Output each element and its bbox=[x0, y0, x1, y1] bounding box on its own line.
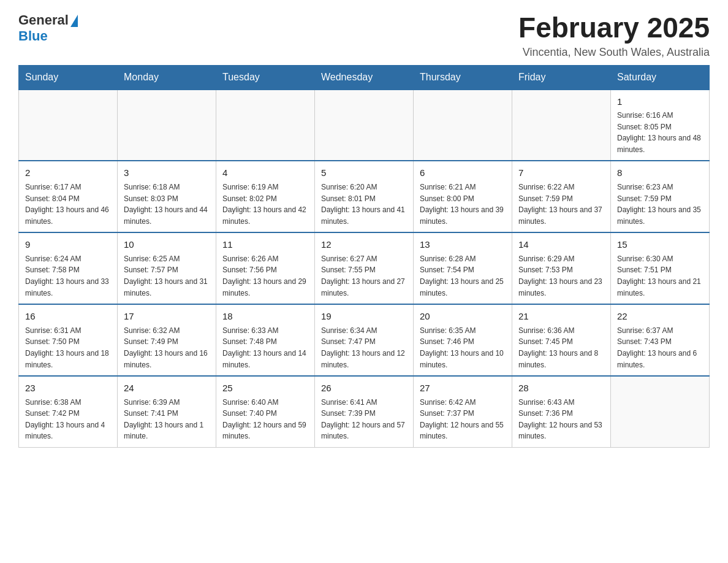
calendar-cell: 12Sunrise: 6:27 AMSunset: 7:55 PMDayligh… bbox=[315, 232, 414, 304]
day-info: Sunrise: 6:31 AMSunset: 7:50 PMDaylight:… bbox=[25, 325, 111, 370]
day-number: 6 bbox=[420, 166, 506, 180]
col-header-saturday: Saturday bbox=[611, 65, 710, 90]
month-title: February 2025 bbox=[518, 12, 710, 44]
calendar-cell: 11Sunrise: 6:26 AMSunset: 7:56 PMDayligh… bbox=[216, 232, 315, 304]
day-number: 18 bbox=[222, 310, 308, 324]
calendar-cell: 13Sunrise: 6:28 AMSunset: 7:54 PMDayligh… bbox=[414, 232, 512, 304]
calendar-cell: 16Sunrise: 6:31 AMSunset: 7:50 PMDayligh… bbox=[19, 304, 118, 376]
day-number: 27 bbox=[420, 381, 506, 396]
day-info: Sunrise: 6:38 AMSunset: 7:42 PMDaylight:… bbox=[25, 397, 111, 442]
calendar-cell: 10Sunrise: 6:25 AMSunset: 7:57 PMDayligh… bbox=[118, 232, 216, 304]
calendar-cell: 22Sunrise: 6:37 AMSunset: 7:43 PMDayligh… bbox=[611, 304, 710, 376]
day-info: Sunrise: 6:23 AMSunset: 7:59 PMDaylight:… bbox=[617, 182, 703, 227]
calendar-cell: 9Sunrise: 6:24 AMSunset: 7:58 PMDaylight… bbox=[19, 232, 118, 304]
day-number: 16 bbox=[25, 310, 111, 324]
calendar-cell: 2Sunrise: 6:17 AMSunset: 8:04 PMDaylight… bbox=[19, 161, 118, 232]
calendar-cell bbox=[216, 90, 315, 161]
page-header: General Blue February 2025 Vincentia, Ne… bbox=[18, 12, 710, 59]
col-header-wednesday: Wednesday bbox=[315, 65, 414, 90]
day-number: 17 bbox=[124, 310, 210, 324]
calendar-cell bbox=[414, 90, 512, 161]
calendar-cell: 14Sunrise: 6:29 AMSunset: 7:53 PMDayligh… bbox=[512, 232, 611, 304]
day-info: Sunrise: 6:41 AMSunset: 7:39 PMDaylight:… bbox=[321, 397, 407, 442]
calendar-cell: 19Sunrise: 6:34 AMSunset: 7:47 PMDayligh… bbox=[315, 304, 414, 376]
calendar-cell: 20Sunrise: 6:35 AMSunset: 7:46 PMDayligh… bbox=[414, 304, 512, 376]
day-info: Sunrise: 6:24 AMSunset: 7:58 PMDaylight:… bbox=[25, 253, 111, 299]
calendar-cell: 24Sunrise: 6:39 AMSunset: 7:41 PMDayligh… bbox=[118, 376, 216, 447]
day-number: 28 bbox=[518, 381, 604, 396]
day-number: 21 bbox=[518, 310, 604, 324]
logo-triangle-icon bbox=[70, 15, 78, 27]
col-header-sunday: Sunday bbox=[19, 65, 118, 90]
calendar-cell: 1Sunrise: 6:16 AMSunset: 8:05 PMDaylight… bbox=[611, 90, 710, 161]
calendar-cell: 25Sunrise: 6:40 AMSunset: 7:40 PMDayligh… bbox=[216, 376, 315, 447]
location-subtitle: Vincentia, New South Wales, Australia bbox=[518, 46, 710, 59]
calendar-header-row: SundayMondayTuesdayWednesdayThursdayFrid… bbox=[19, 65, 710, 90]
day-info: Sunrise: 6:43 AMSunset: 7:36 PMDaylight:… bbox=[518, 397, 604, 442]
col-header-tuesday: Tuesday bbox=[216, 65, 315, 90]
calendar-week-row: 9Sunrise: 6:24 AMSunset: 7:58 PMDaylight… bbox=[19, 232, 710, 304]
col-header-friday: Friday bbox=[512, 65, 611, 90]
day-number: 12 bbox=[321, 238, 407, 252]
day-number: 14 bbox=[518, 238, 604, 252]
day-number: 9 bbox=[25, 238, 111, 252]
calendar-cell: 18Sunrise: 6:33 AMSunset: 7:48 PMDayligh… bbox=[216, 304, 315, 376]
day-number: 20 bbox=[420, 310, 506, 324]
day-number: 11 bbox=[222, 238, 308, 252]
calendar-cell bbox=[118, 90, 216, 161]
day-info: Sunrise: 6:17 AMSunset: 8:04 PMDaylight:… bbox=[25, 182, 111, 227]
day-number: 22 bbox=[617, 310, 703, 324]
calendar-cell: 3Sunrise: 6:18 AMSunset: 8:03 PMDaylight… bbox=[118, 161, 216, 232]
day-info: Sunrise: 6:32 AMSunset: 7:49 PMDaylight:… bbox=[124, 325, 210, 370]
day-info: Sunrise: 6:37 AMSunset: 7:43 PMDaylight:… bbox=[617, 325, 703, 370]
calendar-cell: 23Sunrise: 6:38 AMSunset: 7:42 PMDayligh… bbox=[19, 376, 118, 447]
day-info: Sunrise: 6:29 AMSunset: 7:53 PMDaylight:… bbox=[518, 253, 604, 299]
calendar-cell: 28Sunrise: 6:43 AMSunset: 7:36 PMDayligh… bbox=[512, 376, 611, 447]
day-info: Sunrise: 6:42 AMSunset: 7:37 PMDaylight:… bbox=[420, 397, 506, 442]
calendar-week-row: 1Sunrise: 6:16 AMSunset: 8:05 PMDaylight… bbox=[19, 90, 710, 161]
calendar-cell: 7Sunrise: 6:22 AMSunset: 7:59 PMDaylight… bbox=[512, 161, 611, 232]
logo: General Blue bbox=[18, 12, 78, 44]
day-number: 13 bbox=[420, 238, 506, 252]
calendar-cell bbox=[512, 90, 611, 161]
day-number: 23 bbox=[25, 381, 111, 396]
title-area: February 2025 Vincentia, New South Wales… bbox=[518, 12, 710, 59]
calendar-cell bbox=[315, 90, 414, 161]
logo-blue-text: Blue bbox=[18, 28, 48, 44]
col-header-monday: Monday bbox=[118, 65, 216, 90]
calendar-cell: 27Sunrise: 6:42 AMSunset: 7:37 PMDayligh… bbox=[414, 376, 512, 447]
calendar-week-row: 2Sunrise: 6:17 AMSunset: 8:04 PMDaylight… bbox=[19, 161, 710, 232]
calendar-cell: 4Sunrise: 6:19 AMSunset: 8:02 PMDaylight… bbox=[216, 161, 315, 232]
day-info: Sunrise: 6:33 AMSunset: 7:48 PMDaylight:… bbox=[222, 325, 308, 370]
day-info: Sunrise: 6:40 AMSunset: 7:40 PMDaylight:… bbox=[222, 397, 308, 442]
logo-general-text: General bbox=[18, 12, 69, 28]
calendar-cell: 15Sunrise: 6:30 AMSunset: 7:51 PMDayligh… bbox=[611, 232, 710, 304]
day-info: Sunrise: 6:20 AMSunset: 8:01 PMDaylight:… bbox=[321, 182, 407, 227]
calendar-cell bbox=[19, 90, 118, 161]
day-info: Sunrise: 6:18 AMSunset: 8:03 PMDaylight:… bbox=[124, 182, 210, 227]
calendar-cell bbox=[611, 376, 710, 447]
day-number: 1 bbox=[617, 95, 703, 109]
day-number: 5 bbox=[321, 166, 407, 180]
day-info: Sunrise: 6:39 AMSunset: 7:41 PMDaylight:… bbox=[124, 397, 210, 442]
calendar-table: SundayMondayTuesdayWednesdayThursdayFrid… bbox=[18, 65, 710, 448]
day-info: Sunrise: 6:34 AMSunset: 7:47 PMDaylight:… bbox=[321, 325, 407, 370]
day-info: Sunrise: 6:22 AMSunset: 7:59 PMDaylight:… bbox=[518, 182, 604, 227]
day-info: Sunrise: 6:30 AMSunset: 7:51 PMDaylight:… bbox=[617, 253, 703, 299]
day-info: Sunrise: 6:27 AMSunset: 7:55 PMDaylight:… bbox=[321, 253, 407, 299]
day-info: Sunrise: 6:19 AMSunset: 8:02 PMDaylight:… bbox=[222, 182, 308, 227]
day-number: 15 bbox=[617, 238, 703, 252]
calendar-cell: 5Sunrise: 6:20 AMSunset: 8:01 PMDaylight… bbox=[315, 161, 414, 232]
day-number: 25 bbox=[222, 381, 308, 396]
day-number: 8 bbox=[617, 166, 703, 180]
calendar-cell: 26Sunrise: 6:41 AMSunset: 7:39 PMDayligh… bbox=[315, 376, 414, 447]
col-header-thursday: Thursday bbox=[414, 65, 512, 90]
day-info: Sunrise: 6:16 AMSunset: 8:05 PMDaylight:… bbox=[617, 110, 703, 155]
day-info: Sunrise: 6:21 AMSunset: 8:00 PMDaylight:… bbox=[420, 182, 506, 227]
day-number: 4 bbox=[222, 166, 308, 180]
calendar-cell: 6Sunrise: 6:21 AMSunset: 8:00 PMDaylight… bbox=[414, 161, 512, 232]
calendar-week-row: 23Sunrise: 6:38 AMSunset: 7:42 PMDayligh… bbox=[19, 376, 710, 447]
day-number: 2 bbox=[25, 166, 111, 180]
day-number: 24 bbox=[124, 381, 210, 396]
day-number: 26 bbox=[321, 381, 407, 396]
